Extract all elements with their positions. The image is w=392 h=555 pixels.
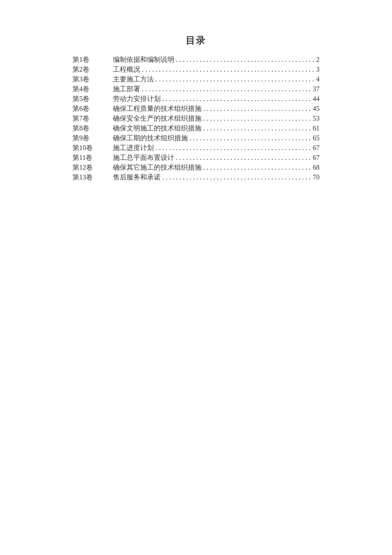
- toc-page-number: 53: [313, 113, 320, 123]
- toc-entry-title: 主要施工方法: [113, 74, 154, 84]
- toc-leader-dots: [154, 143, 313, 153]
- toc-volume: 第4卷: [72, 84, 113, 94]
- toc-entry-title: 劳动力安排计划: [113, 94, 161, 104]
- toc-item: 第9卷 确保工期的技术组织措施 65: [72, 133, 320, 143]
- toc-item: 第8卷 确保文明施工的技术组织措施 61: [72, 123, 320, 133]
- toc-entry-title: 确保其它施工的技术组织措施: [113, 162, 202, 172]
- toc-page-number: 70: [313, 172, 320, 182]
- toc-entry-title: 确保工程质量的技术组织措施: [113, 104, 202, 113]
- toc-leader-dots: [174, 55, 316, 64]
- toc-leader-dots: [154, 74, 316, 84]
- toc-volume: 第6卷: [72, 104, 113, 113]
- toc-volume: 第5卷: [72, 94, 113, 104]
- toc-entry-title: 施工总平面布置设计: [113, 153, 174, 162]
- toc-volume: 第7卷: [72, 113, 113, 123]
- toc-volume: 第12卷: [72, 162, 113, 172]
- toc-page-number: 65: [313, 133, 320, 143]
- toc-item: 第1卷 编制依据和编制说明 2: [72, 55, 320, 64]
- page-title: 目录: [72, 34, 320, 47]
- toc-volume: 第13卷: [72, 172, 113, 182]
- toc-entry-title: 售后服务和承诺: [113, 172, 161, 182]
- toc-item: 第11卷 施工总平面布置设计 67: [72, 153, 320, 162]
- toc-volume: 第3卷: [72, 74, 113, 84]
- toc-page-number: 3: [316, 64, 320, 74]
- toc-list: 第1卷 编制依据和编制说明 2 第2卷 工程概况 3 第3卷 主要施工方法 4 …: [72, 55, 320, 182]
- toc-item: 第2卷 工程概况 3: [72, 64, 320, 74]
- toc-item: 第6卷 确保工程质量的技术组织措施 45: [72, 104, 320, 113]
- toc-volume: 第1卷: [72, 55, 113, 64]
- toc-page-number: 4: [316, 74, 320, 84]
- toc-entry-title: 确保文明施工的技术组织措施: [113, 123, 202, 133]
- toc-item: 第7卷 确保安全生产的技术组织措施 53: [72, 113, 320, 123]
- toc-entry-title: 确保安全生产的技术组织措施: [113, 113, 202, 123]
- toc-leader-dots: [202, 123, 313, 133]
- toc-leader-dots: [174, 153, 313, 162]
- toc-leader-dots: [202, 113, 313, 123]
- toc-volume: 第9卷: [72, 133, 113, 143]
- toc-entry-title: 施工进度计划: [113, 143, 154, 153]
- toc-page-number: 61: [313, 123, 320, 133]
- toc-page-number: 37: [313, 84, 320, 94]
- toc-item: 第13卷 售后服务和承诺 70: [72, 172, 320, 182]
- toc-volume: 第2卷: [72, 64, 113, 74]
- toc-item: 第4卷 施工部署 37: [72, 84, 320, 94]
- toc-entry-title: 施工部署: [113, 84, 140, 94]
- toc-volume: 第8卷: [72, 123, 113, 133]
- toc-volume: 第10卷: [72, 143, 113, 153]
- toc-item: 第10卷 施工进度计划 67: [72, 143, 320, 153]
- toc-item: 第3卷 主要施工方法 4: [72, 74, 320, 84]
- toc-item: 第12卷 确保其它施工的技术组织措施 68: [72, 162, 320, 172]
- toc-leader-dots: [202, 162, 313, 172]
- toc-entry-title: 工程概况: [113, 64, 140, 74]
- toc-item: 第5卷 劳动力安排计划 44: [72, 94, 320, 104]
- toc-entry-title: 编制依据和编制说明: [113, 55, 174, 64]
- toc-leader-dots: [140, 64, 316, 74]
- toc-leader-dots: [202, 104, 313, 113]
- toc-page-number: 67: [313, 153, 320, 162]
- toc-volume: 第11卷: [72, 153, 113, 162]
- toc-leader-dots: [188, 133, 313, 143]
- toc-leader-dots: [161, 94, 313, 104]
- toc-leader-dots: [140, 84, 313, 94]
- toc-page-number: 44: [313, 94, 320, 104]
- toc-leader-dots: [161, 172, 313, 182]
- toc-page-number: 68: [313, 162, 320, 172]
- toc-page-number: 2: [316, 55, 320, 64]
- toc-entry-title: 确保工期的技术组织措施: [113, 133, 188, 143]
- toc-page-number: 45: [313, 104, 320, 113]
- toc-page-number: 67: [313, 143, 320, 153]
